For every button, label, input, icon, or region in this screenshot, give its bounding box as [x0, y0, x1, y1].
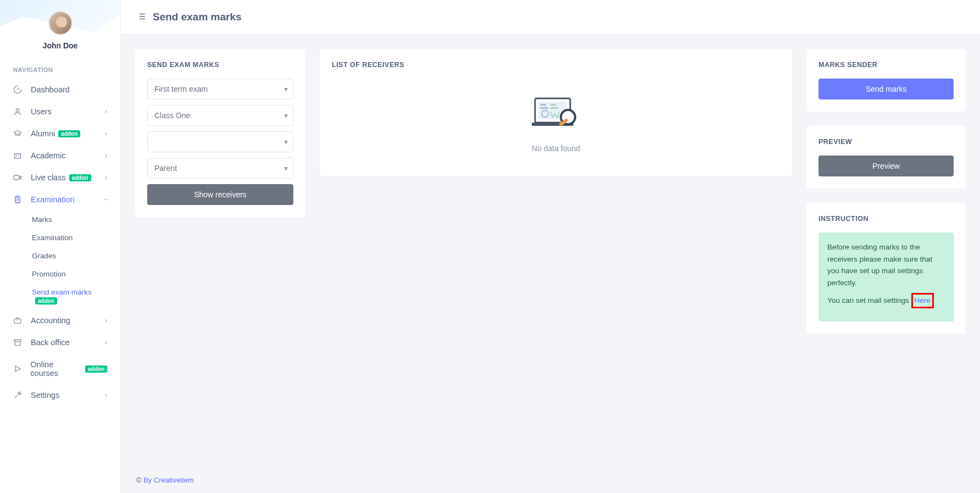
sidebar-item-alumni[interactable]: Alumni addon › — [0, 123, 120, 145]
addon-badge: addon — [69, 174, 91, 181]
instruction-text-2: You can set mail settings Here — [827, 293, 945, 308]
preview-button[interactable]: Preview — [818, 156, 954, 176]
sidebar-item-backoffice[interactable]: Back office › — [0, 331, 120, 353]
instruction-alert: Before sending marks to the receivers pl… — [818, 232, 954, 322]
card-title: SEND EXAM MARKS — [147, 61, 293, 69]
submenu-label: Examination — [32, 234, 73, 242]
submenu-item-marks[interactable]: Marks — [0, 211, 120, 229]
clipboard-icon — [13, 195, 25, 204]
play-icon — [13, 364, 25, 373]
send-marks-button[interactable]: Send marks — [818, 79, 954, 99]
card-preview: PREVIEW Preview — [806, 126, 966, 189]
username: John Doe — [0, 41, 120, 50]
svg-point-0 — [16, 109, 19, 112]
show-receivers-button[interactable]: Show receivers — [147, 184, 293, 205]
sidebar-item-label: Users — [31, 107, 52, 116]
select-receiver[interactable]: Parent ▾ — [147, 158, 293, 179]
sidebar-item-label: Online courses — [30, 360, 82, 378]
empty-state: No data found — [332, 79, 780, 164]
laptop-search-icon — [528, 95, 583, 135]
briefcase-icon — [13, 316, 25, 325]
submenu-item-promotion[interactable]: Promotion — [0, 265, 120, 283]
svg-marker-6 — [15, 366, 20, 372]
empty-text: No data found — [332, 144, 780, 153]
submenu-item-grades[interactable]: Grades — [0, 247, 120, 265]
gauge-icon — [13, 85, 25, 94]
sidebar-item-dashboard[interactable]: Dashboard — [0, 79, 120, 101]
chevron-right-icon: › — [105, 391, 107, 399]
select-section[interactable]: ▾ — [147, 131, 293, 152]
card-title: LIST OF RECEIVERS — [332, 61, 780, 69]
chevron-right-icon: › — [105, 130, 107, 137]
instruction-text-1: Before sending marks to the receivers pl… — [827, 241, 945, 289]
submenu-label: Send exam marks — [32, 288, 92, 296]
building-icon — [13, 151, 25, 160]
sidebar-item-label: Academic — [31, 151, 66, 160]
sidebar-item-settings[interactable]: Settings › — [0, 384, 120, 406]
sidebar-item-onlinecourses[interactable]: Online courses addon — [0, 353, 120, 384]
chevron-right-icon: › — [105, 108, 107, 115]
tools-icon — [13, 391, 25, 400]
footer-copy: © — [136, 476, 143, 484]
main: Send exam marks SEND EXAM MARKS First te… — [121, 0, 980, 493]
avatar[interactable] — [48, 11, 73, 35]
footer: © By Creativeitem — [121, 467, 980, 493]
chevron-right-icon: › — [105, 339, 107, 346]
card-title: MARKS SENDER — [818, 61, 954, 69]
sidebar-item-label: Alumni — [31, 129, 55, 138]
sidebar-item-label: Settings — [31, 391, 59, 400]
svg-rect-10 — [541, 104, 546, 106]
addon-badge: addon — [35, 297, 57, 304]
user-icon — [13, 107, 25, 116]
sidebar-item-academic[interactable]: Academic › — [0, 145, 120, 167]
select-value: Class One — [147, 105, 293, 126]
archive-icon — [13, 338, 25, 347]
submenu-label: Marks — [32, 215, 52, 224]
submenu-examination: Marks Examination Grades Promotion Send … — [0, 211, 120, 309]
select-value: First term exam — [147, 79, 293, 99]
card-title: INSTRUCTION — [818, 215, 954, 223]
topbar: Send exam marks — [121, 0, 980, 35]
sidebar-item-liveclass[interactable]: Live class addon › — [0, 167, 120, 189]
sidebar-item-label: Live class — [31, 173, 66, 182]
svg-rect-5 — [14, 340, 21, 341]
sidebar-item-label: Back office — [31, 338, 70, 347]
card-marks-sender: MARKS SENDER Send marks — [806, 49, 966, 112]
select-class[interactable]: Class One ▾ — [147, 105, 293, 126]
svg-rect-4 — [14, 319, 21, 323]
card-instruction: INSTRUCTION Before sending marks to the … — [806, 203, 966, 334]
submenu-item-send-exam-marks[interactable]: Send exam marks addon — [0, 283, 120, 309]
sidebar: John Doe NAVIGATION Dashboard Users › — [0, 0, 121, 493]
addon-badge: addon — [85, 365, 107, 373]
select-exam[interactable]: First term exam ▾ — [147, 79, 293, 99]
sidebar-item-label: Accounting — [31, 316, 70, 325]
svg-rect-1 — [15, 154, 21, 159]
addon-badge: addon — [58, 130, 80, 137]
card-send-exam-marks: SEND EXAM MARKS First term exam ▾ Class … — [135, 49, 305, 217]
graduation-icon — [13, 129, 25, 138]
card-list-receivers: LIST OF RECEIVERS — [320, 49, 792, 176]
svg-rect-12 — [550, 104, 556, 106]
sidebar-item-accounting[interactable]: Accounting › — [0, 309, 120, 331]
card-title: PREVIEW — [818, 138, 954, 146]
submenu-label: Promotion — [32, 270, 66, 278]
nav-list: Dashboard Users › Alumni addon › — [0, 79, 120, 406]
svg-rect-11 — [541, 107, 548, 109]
instruction-prefix: You can set mail settings — [827, 296, 911, 304]
select-value — [147, 131, 293, 152]
svg-rect-13 — [550, 107, 558, 109]
highlight-box: Here — [911, 293, 934, 308]
mail-settings-link[interactable]: Here — [915, 296, 931, 304]
sidebar-item-examination[interactable]: Examination › — [0, 189, 120, 211]
sidebar-item-label: Dashboard — [31, 85, 70, 94]
svg-rect-2 — [14, 175, 19, 180]
submenu-label: Grades — [32, 252, 56, 260]
list-icon — [136, 12, 146, 23]
select-value: Parent — [147, 158, 293, 179]
submenu-item-examination[interactable]: Examination — [0, 229, 120, 247]
video-icon — [13, 173, 25, 182]
nav-heading: NAVIGATION — [0, 56, 120, 79]
sidebar-item-users[interactable]: Users › — [0, 101, 120, 123]
footer-link[interactable]: By Creativeitem — [143, 476, 194, 484]
chevron-right-icon: › — [105, 317, 107, 324]
